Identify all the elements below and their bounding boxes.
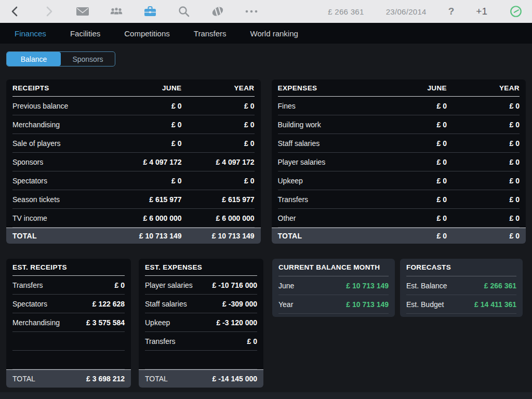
list-item: Merchandising£ 3 575 584 xyxy=(12,313,125,332)
row-year-value: £ 0 xyxy=(447,102,520,110)
row-label: Player salaries xyxy=(145,281,212,289)
column-june: JUNE xyxy=(374,84,447,92)
row-value: £ 10 713 149 xyxy=(346,300,389,309)
row-label: Other xyxy=(278,214,375,222)
row-value: £ 0 xyxy=(115,281,125,289)
row-june-value: £ 0 xyxy=(109,121,182,129)
table-row: Fines£ 0£ 0 xyxy=(278,97,520,115)
row-label: Sale of players xyxy=(12,139,109,148)
list-item: Transfers£ 0 xyxy=(145,332,257,351)
row-year-value: £ 0 xyxy=(182,139,255,148)
column-year: YEAR xyxy=(182,84,255,92)
forward-icon[interactable] xyxy=(42,4,56,19)
est-expenses-panel: EST. EXPENSES Player salaries£ -10 716 0… xyxy=(139,259,263,388)
search-icon[interactable] xyxy=(177,4,191,19)
expenses-total-row: TOTAL£ 0£ 0 xyxy=(272,228,526,244)
help-button[interactable]: ? xyxy=(448,6,455,17)
row-june-value: £ 0 xyxy=(374,214,447,222)
mail-icon[interactable] xyxy=(76,4,89,19)
est-receipts-title: EST. RECEIPTS xyxy=(12,259,125,276)
plus-one-button[interactable]: +1 xyxy=(476,6,487,17)
table-row: Sale of players£ 0£ 0 xyxy=(12,134,255,153)
row-june-value: £ 615 977 xyxy=(109,195,182,204)
table-row: Upkeep£ 0£ 0 xyxy=(278,171,520,190)
row-year-value: £ 0 xyxy=(447,214,520,222)
game-date: 23/06/2014 xyxy=(386,7,427,16)
ball-icon[interactable] xyxy=(211,4,224,19)
total-june-value: £ 0 xyxy=(374,232,447,240)
list-item: Transfers£ 0 xyxy=(12,276,125,295)
receipts-total-row: TOTAL£ 10 713 149£ 10 713 149 xyxy=(6,228,261,244)
row-label: TV income xyxy=(12,214,109,222)
total-june-value: £ 10 713 149 xyxy=(109,232,182,240)
list-item: Spectators£ 122 628 xyxy=(12,295,125,313)
row-label: Year xyxy=(278,300,346,309)
row-label: Transfers xyxy=(12,281,115,289)
total-label: TOTAL xyxy=(12,375,69,383)
tab-finances[interactable]: Finances xyxy=(15,29,46,38)
table-row: Transfers£ 0£ 0 xyxy=(278,190,520,209)
list-item: Est. Balance£ 266 361 xyxy=(406,276,516,295)
row-year-value: £ 0 xyxy=(447,139,520,148)
table-row: TV income£ 6 000 000£ 6 000 000 xyxy=(12,209,255,228)
continue-clock-icon[interactable] xyxy=(509,4,523,19)
est-receipts-total-row: TOTAL£ 3 698 212 xyxy=(6,369,131,388)
list-item-empty xyxy=(145,351,257,369)
row-year-value: £ 0 xyxy=(447,158,520,166)
row-label: Staff salaries xyxy=(145,300,222,308)
forecasts-panel: FORECASTS Est. Balance£ 266 361 Est. Bud… xyxy=(400,259,523,317)
expenses-header: EXPENSES JUNE YEAR xyxy=(278,79,520,97)
row-year-value: £ 0 xyxy=(182,177,255,185)
row-value: £ 10 713 149 xyxy=(346,282,389,290)
row-label: Fines xyxy=(278,102,375,110)
row-value: £ 0 xyxy=(247,337,257,345)
list-item-empty xyxy=(12,332,125,351)
table-row: Sponsors£ 4 097 172£ 4 097 172 xyxy=(12,153,255,171)
back-icon[interactable] xyxy=(8,4,22,19)
row-june-value: £ 6 000 000 xyxy=(109,214,182,222)
table-row: Merchandising£ 0£ 0 xyxy=(12,115,255,134)
row-value: £ -309 000 xyxy=(222,300,257,308)
toolbar-left-group xyxy=(8,4,258,19)
row-june-value: £ 0 xyxy=(374,177,447,185)
table-row: Spectators£ 0£ 0 xyxy=(12,171,255,190)
row-label: Spectators xyxy=(12,177,109,185)
tab-competitions[interactable]: Competitions xyxy=(124,29,170,38)
bottom-strip xyxy=(0,392,532,399)
briefcase-icon[interactable] xyxy=(143,4,157,19)
row-value: £ 122 628 xyxy=(92,300,125,308)
receipts-table: RECEIPTS JUNE YEAR Previous balance£ 0£ … xyxy=(6,79,261,244)
list-item: Staff salaries£ -309 000 xyxy=(145,295,257,313)
squad-icon[interactable] xyxy=(110,4,123,19)
row-year-value: £ 4 097 172 xyxy=(182,158,255,166)
row-june-value: £ 0 xyxy=(109,177,182,185)
tab-world-ranking[interactable]: World ranking xyxy=(250,29,298,38)
toggle-sponsors-button[interactable]: Sponsors xyxy=(61,52,115,66)
row-label: Upkeep xyxy=(278,177,375,185)
row-year-value: £ 0 xyxy=(447,177,520,185)
toggle-balance-button[interactable]: Balance xyxy=(7,52,61,66)
est-expenses-total-row: TOTAL£ -14 145 000 xyxy=(139,369,263,388)
list-item: Year£ 10 713 149 xyxy=(278,295,389,314)
row-label: Merchandising xyxy=(12,318,86,327)
row-label: June xyxy=(278,282,346,290)
current-balance-month-panel: CURRENT BALANCE MONTH June£ 10 713 149 Y… xyxy=(272,259,395,317)
row-label: Player salaries xyxy=(278,158,375,166)
more-icon[interactable] xyxy=(245,4,258,19)
list-item: Upkeep£ -3 120 000 xyxy=(145,313,257,332)
forecasts-title: FORECASTS xyxy=(406,259,516,276)
list-item: June£ 10 713 149 xyxy=(278,276,389,295)
row-label: Est. Budget xyxy=(406,300,474,309)
expenses-table: EXPENSES JUNE YEAR Fines£ 0£ 0 Building … xyxy=(272,79,526,244)
finances-content: Balance Sponsors RECEIPTS JUNE YEAR Prev… xyxy=(0,44,532,399)
total-year-value: £ 10 713 149 xyxy=(182,232,255,240)
current-balance-month-title: CURRENT BALANCE MONTH xyxy=(278,259,389,276)
tab-facilities[interactable]: Facilities xyxy=(70,29,100,38)
receipts-header: RECEIPTS JUNE YEAR xyxy=(12,79,255,97)
row-label: Staff salaries xyxy=(278,139,375,148)
row-value: £ 14 411 361 xyxy=(474,300,516,309)
row-label: Sponsors xyxy=(12,158,109,166)
row-year-value: £ 0 xyxy=(182,121,255,129)
list-item: Player salaries£ -10 716 000 xyxy=(145,276,257,295)
tab-transfers[interactable]: Transfers xyxy=(194,29,227,38)
